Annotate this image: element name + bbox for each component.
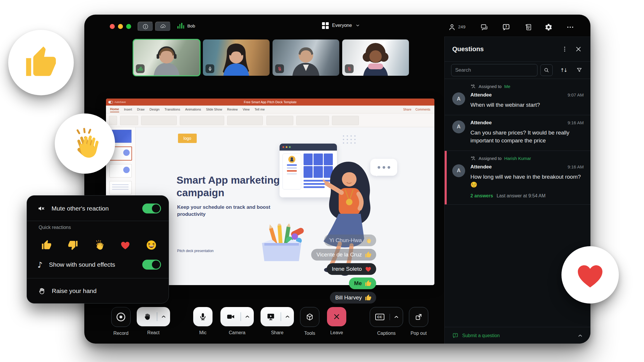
search-input[interactable]: [451, 64, 537, 76]
sort-button[interactable]: ↑↓: [559, 67, 569, 73]
mic-off-icon: [345, 64, 354, 73]
sound-effects-row[interactable]: ♪ Show with sound effects: [27, 258, 169, 272]
more-options-button[interactable]: [566, 23, 575, 32]
quick-reaction-laugh[interactable]: [144, 239, 156, 251]
ppt-share-label: Share: [403, 108, 411, 111]
share-button[interactable]: [261, 307, 294, 326]
reaction-menu: Mute other's reaction Quick reactions ♪ …: [27, 195, 169, 304]
camera-menu-chevron[interactable]: [241, 314, 254, 320]
participants-button[interactable]: [448, 23, 456, 32]
music-note-icon: ♪: [37, 261, 42, 269]
raise-hand-row[interactable]: Raise your hand: [27, 284, 169, 298]
floating-clap-emoji: [55, 113, 115, 174]
slide-subtitle: Keep your schedule on track and boost pr…: [177, 204, 274, 218]
ppt-tab-design: Design: [150, 108, 160, 111]
reaction-tag-name: Me: [354, 280, 362, 287]
react-menu-chevron[interactable]: [157, 314, 170, 320]
popout-label: Pop out: [409, 331, 428, 336]
captions-button[interactable]: CC: [370, 307, 403, 327]
reaction-tag-bill-harvey: Bill Harvey: [330, 292, 376, 304]
record-label: Record: [111, 331, 131, 336]
filter-button[interactable]: [574, 67, 584, 74]
chat-button[interactable]: [480, 23, 489, 32]
raise-hand-label: Raise your hand: [52, 287, 97, 294]
participant-video-4[interactable]: [342, 39, 409, 76]
last-answer-time: Last answer at 9:54 AM: [496, 193, 545, 199]
connection-quality-button[interactable]: [155, 22, 171, 32]
react-control: React: [137, 307, 170, 335]
question-bubble-icon: ?: [452, 332, 458, 339]
ppt-tab-review: Review: [227, 108, 238, 111]
info-icon: [142, 23, 149, 30]
assign-person-icon: [470, 84, 476, 89]
camera-icon: [226, 312, 235, 321]
chat-icon: [480, 23, 489, 31]
record-button[interactable]: [111, 307, 131, 327]
quick-reaction-thumbs-up[interactable]: [39, 239, 52, 251]
screen-share-icon: [266, 312, 275, 321]
questions-tab-button[interactable]: ?: [502, 23, 511, 32]
close-window-button[interactable]: [110, 24, 115, 29]
leave-button[interactable]: [327, 307, 346, 326]
quick-reactions-row: [27, 239, 169, 251]
question-item-1[interactable]: Assigned to Me A Attendee 9:07 AM When w…: [445, 79, 590, 115]
quick-reaction-clap[interactable]: [92, 239, 104, 251]
ppt-autosave: AutoSave: [108, 101, 126, 104]
participant-video-3[interactable]: [273, 39, 339, 76]
submit-question-button[interactable]: ? Submit a question: [445, 327, 590, 344]
person-icon: [448, 23, 456, 31]
session-info-button[interactable]: [138, 22, 153, 32]
mic-button[interactable]: [193, 307, 213, 326]
mic-off-icon: [275, 64, 284, 73]
ppt-tab-tellme: Tell me: [255, 108, 265, 111]
participant-video-1[interactable]: [133, 39, 200, 76]
answers-count[interactable]: 2 answers: [470, 193, 493, 199]
participant-video-2[interactable]: [203, 39, 270, 76]
tools-cube-icon: [306, 313, 314, 321]
panel-close-button[interactable]: [573, 44, 583, 54]
quick-reaction-heart[interactable]: [118, 239, 130, 251]
minimize-window-button[interactable]: [118, 24, 123, 29]
assigned-to-name: Me: [504, 84, 510, 89]
audio-bars-icon: [136, 64, 145, 73]
mute-speaker-icon: [37, 205, 45, 212]
mute-reactions-toggle[interactable]: [142, 204, 161, 213]
popout-control: Pop out: [409, 307, 428, 336]
mute-reactions-row[interactable]: Mute other's reaction: [27, 201, 169, 216]
settings-button[interactable]: [544, 23, 553, 32]
audience-view-dropdown[interactable]: Everyone: [322, 22, 360, 29]
leave-control: Leave: [327, 307, 346, 335]
quick-reactions-label: Quick reactions: [39, 225, 71, 230]
camera-button[interactable]: [220, 307, 254, 326]
autosave-toggle: [108, 101, 113, 104]
question-item-2[interactable]: A Attendee 9:16 AM Can you share prices?…: [445, 115, 590, 151]
gear-icon: [544, 23, 553, 31]
ppt-tab-slideshow: Slide Show: [206, 108, 222, 111]
materials-button[interactable]: [524, 23, 532, 32]
zoom-window-button[interactable]: [126, 24, 131, 29]
captions-menu-chevron[interactable]: [390, 314, 403, 320]
ppt-tab-animations: Animations: [185, 108, 201, 111]
laugh-icon: [146, 239, 157, 251]
share-menu-chevron[interactable]: [281, 314, 294, 320]
chevron-up-icon: [161, 314, 167, 320]
ppt-tab-view: View: [243, 108, 250, 111]
tools-button[interactable]: [300, 307, 319, 327]
search-button[interactable]: [540, 64, 552, 76]
collapse-chevron[interactable]: [577, 333, 583, 339]
question-text: When will the webinar start?: [470, 101, 584, 109]
quick-reaction-thumbs-down[interactable]: [66, 239, 78, 251]
heart-icon: [574, 258, 607, 291]
question-item-3[interactable]: Assigned to Harish Kumar A Attendee 9:16…: [445, 151, 590, 205]
sound-effects-toggle[interactable]: [142, 260, 161, 270]
presenter-name: Bob: [187, 23, 195, 28]
react-button[interactable]: [137, 307, 170, 326]
kebab-menu-icon: [561, 46, 568, 52]
question-author: Attendee: [470, 92, 492, 98]
filter-icon: [576, 67, 583, 73]
mic-label: Mic: [193, 330, 213, 335]
popout-button[interactable]: [409, 307, 428, 327]
mic-control: Mic: [193, 307, 213, 335]
captions-cc-icon: CC: [375, 314, 384, 320]
panel-menu-button[interactable]: [560, 44, 570, 54]
